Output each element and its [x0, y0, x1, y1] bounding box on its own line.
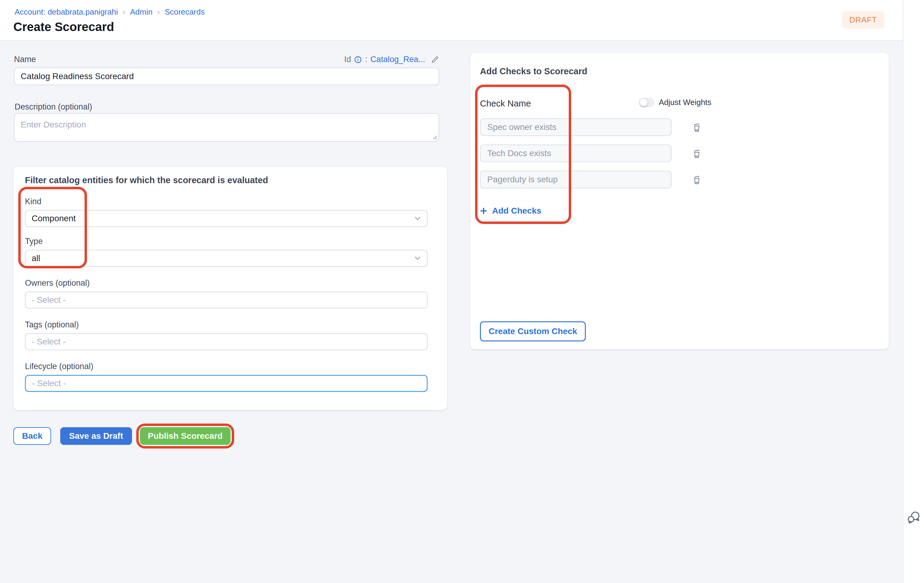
kind-field: Kind Component — [25, 197, 436, 227]
owners-select[interactable]: - Select - — [25, 292, 427, 309]
check-row — [480, 171, 879, 188]
name-label: Name — [14, 55, 36, 64]
status-badge: DRAFT — [842, 11, 884, 29]
check-name-input[interactable] — [480, 171, 672, 188]
kind-value: Component — [31, 214, 76, 223]
plus-icon — [480, 207, 487, 215]
checks-header-row: Check Name Adjust Weights — [480, 97, 879, 107]
publish-scorecard-button[interactable]: Publish Scorecard — [140, 427, 231, 445]
filter-card: Filter catalog entities for which the sc… — [13, 167, 447, 410]
trash-icon — [691, 174, 702, 185]
delete-check-button[interactable] — [691, 122, 702, 133]
tags-select[interactable]: - Select - — [25, 333, 427, 350]
chevron-down-icon — [414, 216, 421, 221]
lifecycle-label: Lifecycle (optional) — [25, 362, 436, 371]
add-checks-heading: Add Checks to Scorecard — [480, 66, 879, 76]
breadcrumb-account-link[interactable]: Account: debabrata.panigrahi — [15, 7, 118, 17]
add-checks-link[interactable]: Add Checks — [480, 206, 541, 216]
action-buttons-row: Back Save as Draft Publish Scorecard — [13, 427, 231, 445]
kind-select[interactable]: Component — [25, 210, 427, 227]
lifecycle-select[interactable]: - Select - — [25, 375, 427, 392]
chat-bubbles-icon — [906, 510, 921, 525]
create-custom-check-button[interactable]: Create Custom Check — [480, 321, 586, 342]
help-chat-button[interactable] — [906, 510, 921, 525]
description-textarea[interactable] — [14, 113, 439, 142]
breadcrumb-separator: › — [157, 8, 160, 17]
check-row — [480, 145, 879, 162]
tags-placeholder: - Select - — [31, 337, 66, 347]
scorecard-name-input[interactable] — [14, 68, 439, 85]
check-name-column-header: Check Name — [480, 99, 531, 108]
create-scorecard-page: Account: debabrata.panigrahi › Admin › S… — [0, 0, 924, 583]
delete-check-button[interactable] — [691, 174, 702, 185]
breadcrumb-separator: › — [123, 8, 125, 17]
tags-label: Tags (optional) — [25, 320, 436, 330]
lifecycle-field: Lifecycle (optional) - Select - — [25, 362, 436, 392]
type-select[interactable]: all — [25, 250, 427, 267]
adjust-weights-toggle[interactable] — [639, 98, 654, 107]
owners-label: Owners (optional) — [25, 278, 436, 288]
scorecard-id-group: Id : Catalog_Rea... — [344, 55, 439, 64]
page-header: Account: debabrata.panigrahi › Admin › S… — [0, 0, 903, 41]
info-icon[interactable] — [354, 56, 362, 64]
trash-icon — [691, 122, 702, 133]
check-name-input[interactable] — [480, 118, 672, 136]
owners-field: Owners (optional) - Select - — [25, 278, 436, 309]
scorecard-id-link[interactable]: Catalog_Rea... — [370, 55, 425, 64]
tags-field: Tags (optional) - Select - — [25, 320, 436, 350]
adjust-weights-group: Adjust Weights — [639, 97, 711, 107]
breadcrumb-admin-link[interactable]: Admin — [130, 7, 153, 17]
add-checks-label: Add Checks — [492, 206, 541, 216]
publish-button-wrap: Publish Scorecard — [140, 427, 231, 445]
back-button[interactable]: Back — [13, 427, 51, 445]
check-rows — [480, 118, 879, 188]
toggle-knob — [639, 98, 648, 106]
breadcrumb: Account: debabrata.panigrahi › Admin › S… — [15, 7, 205, 17]
description-label: Description (optional) — [15, 102, 92, 112]
type-field: Type all — [25, 237, 436, 267]
lifecycle-placeholder: - Select - — [32, 378, 66, 388]
type-value: all — [31, 253, 40, 263]
edit-pencil-icon[interactable] — [431, 55, 439, 64]
owners-placeholder: - Select - — [31, 295, 66, 305]
id-colon: : — [365, 55, 367, 64]
filter-heading: Filter catalog entities for which the sc… — [25, 175, 436, 185]
chevron-down-icon — [414, 256, 421, 261]
id-label: Id — [344, 55, 351, 64]
right-rail — [903, 0, 924, 583]
check-name-input[interactable] — [480, 145, 672, 162]
page-title: Create Scorecard — [13, 20, 114, 34]
name-id-row: Name Id : Catalog_Rea... — [14, 55, 439, 64]
trash-icon — [691, 148, 702, 159]
adjust-weights-label: Adjust Weights — [659, 97, 711, 107]
save-as-draft-button[interactable]: Save as Draft — [60, 427, 132, 445]
delete-check-button[interactable] — [691, 148, 702, 159]
breadcrumb-scorecards-link[interactable]: Scorecards — [165, 7, 205, 17]
check-row — [480, 118, 879, 136]
add-checks-card: Add Checks to Scorecard Check Name Adjus… — [470, 53, 889, 349]
kind-label: Kind — [25, 197, 436, 206]
type-label: Type — [25, 237, 436, 246]
